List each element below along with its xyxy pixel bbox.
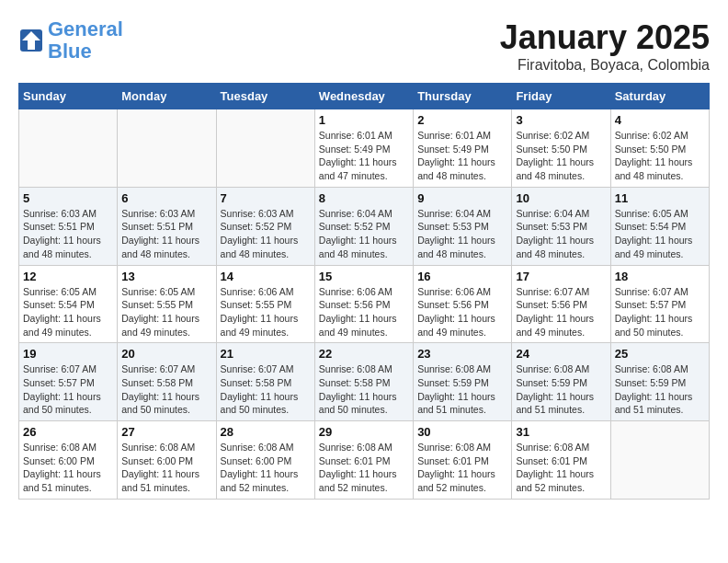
calendar-week-row: 26Sunrise: 6:08 AM Sunset: 6:00 PM Dayli…	[19, 421, 710, 500]
day-number: 12	[23, 270, 113, 283]
day-info: Sunrise: 6:08 AM Sunset: 5:58 PM Dayligh…	[319, 362, 409, 417]
day-number: 18	[615, 270, 705, 283]
calendar-cell: 9Sunrise: 6:04 AM Sunset: 5:53 PM Daylig…	[414, 187, 512, 265]
day-header-thursday: Thursday	[414, 84, 512, 109]
day-info: Sunrise: 6:01 AM Sunset: 5:49 PM Dayligh…	[417, 129, 507, 183]
day-number: 31	[516, 425, 606, 439]
calendar-week-row: 12Sunrise: 6:05 AM Sunset: 5:54 PM Dayli…	[19, 265, 710, 343]
calendar-cell: 20Sunrise: 6:07 AM Sunset: 5:58 PM Dayli…	[118, 343, 216, 421]
day-info: Sunrise: 6:01 AM Sunset: 5:49 PM Dayligh…	[319, 129, 409, 183]
calendar-cell: 26Sunrise: 6:08 AM Sunset: 6:00 PM Dayli…	[19, 421, 118, 500]
day-number: 16	[417, 270, 507, 283]
calendar-cell: 4Sunrise: 6:02 AM Sunset: 5:50 PM Daylig…	[610, 109, 709, 188]
day-number: 7	[221, 191, 311, 205]
calendar-cell: 24Sunrise: 6:08 AM Sunset: 5:59 PM Dayli…	[512, 343, 610, 421]
calendar-table: SundayMondayTuesdayWednesdayThursdayFrid…	[18, 83, 710, 500]
day-info: Sunrise: 6:08 AM Sunset: 5:59 PM Dayligh…	[615, 362, 705, 417]
calendar-cell: 23Sunrise: 6:08 AM Sunset: 5:59 PM Dayli…	[414, 343, 512, 421]
day-number: 23	[417, 347, 507, 361]
day-number: 1	[319, 113, 409, 127]
logo-general: General	[48, 17, 123, 40]
day-number: 3	[516, 113, 606, 127]
day-number: 27	[121, 425, 211, 439]
day-number: 28	[221, 425, 311, 439]
day-info: Sunrise: 6:05 AM Sunset: 5:55 PM Dayligh…	[121, 285, 211, 339]
day-info: Sunrise: 6:03 AM Sunset: 5:52 PM Dayligh…	[221, 207, 311, 261]
day-number: 26	[23, 425, 113, 439]
day-info: Sunrise: 6:06 AM Sunset: 5:56 PM Dayligh…	[319, 285, 409, 339]
day-number: 25	[615, 347, 705, 361]
day-number: 8	[319, 191, 409, 205]
day-number: 20	[121, 347, 211, 361]
calendar-cell: 7Sunrise: 6:03 AM Sunset: 5:52 PM Daylig…	[216, 187, 314, 265]
day-info: Sunrise: 6:02 AM Sunset: 5:50 PM Dayligh…	[615, 129, 705, 183]
calendar-week-row: 1Sunrise: 6:01 AM Sunset: 5:49 PM Daylig…	[19, 109, 710, 188]
calendar-cell: 17Sunrise: 6:07 AM Sunset: 5:56 PM Dayli…	[512, 265, 610, 343]
calendar-cell: 22Sunrise: 6:08 AM Sunset: 5:58 PM Dayli…	[314, 343, 413, 421]
day-number: 17	[516, 270, 606, 283]
calendar-cell: 18Sunrise: 6:07 AM Sunset: 5:57 PM Dayli…	[610, 265, 709, 343]
calendar-cell: 27Sunrise: 6:08 AM Sunset: 6:00 PM Dayli…	[118, 421, 216, 500]
day-number: 15	[319, 270, 409, 283]
calendar-week-row: 19Sunrise: 6:07 AM Sunset: 5:57 PM Dayli…	[19, 343, 710, 421]
day-info: Sunrise: 6:08 AM Sunset: 6:00 PM Dayligh…	[23, 441, 113, 495]
day-info: Sunrise: 6:08 AM Sunset: 6:00 PM Dayligh…	[221, 441, 311, 495]
day-info: Sunrise: 6:08 AM Sunset: 6:00 PM Dayligh…	[121, 441, 211, 495]
calendar-cell: 15Sunrise: 6:06 AM Sunset: 5:56 PM Dayli…	[314, 265, 413, 343]
calendar-cell	[610, 421, 709, 500]
day-info: Sunrise: 6:08 AM Sunset: 6:01 PM Dayligh…	[417, 441, 507, 495]
day-number: 24	[516, 347, 606, 361]
day-info: Sunrise: 6:07 AM Sunset: 5:56 PM Dayligh…	[516, 285, 606, 339]
day-number: 11	[615, 191, 705, 205]
calendar-cell: 13Sunrise: 6:05 AM Sunset: 5:55 PM Dayli…	[118, 265, 216, 343]
calendar-cell: 28Sunrise: 6:08 AM Sunset: 6:00 PM Dayli…	[216, 421, 314, 500]
logo-blue: Blue	[48, 40, 92, 63]
day-info: Sunrise: 6:08 AM Sunset: 5:59 PM Dayligh…	[516, 362, 606, 417]
day-info: Sunrise: 6:04 AM Sunset: 5:53 PM Dayligh…	[516, 207, 606, 261]
day-info: Sunrise: 6:07 AM Sunset: 5:57 PM Dayligh…	[23, 362, 113, 417]
calendar-cell: 29Sunrise: 6:08 AM Sunset: 6:01 PM Dayli…	[314, 421, 413, 500]
day-number: 13	[121, 270, 211, 283]
calendar-cell: 10Sunrise: 6:04 AM Sunset: 5:53 PM Dayli…	[512, 187, 610, 265]
day-number: 19	[23, 347, 113, 361]
month-title: January 2025	[500, 18, 710, 57]
day-info: Sunrise: 6:04 AM Sunset: 5:52 PM Dayligh…	[319, 207, 409, 261]
calendar-cell: 14Sunrise: 6:06 AM Sunset: 5:55 PM Dayli…	[216, 265, 314, 343]
day-header-monday: Monday	[118, 84, 216, 109]
calendar-cell: 25Sunrise: 6:08 AM Sunset: 5:59 PM Dayli…	[610, 343, 709, 421]
day-number: 14	[221, 270, 311, 283]
day-info: Sunrise: 6:05 AM Sunset: 5:54 PM Dayligh…	[615, 207, 705, 261]
day-info: Sunrise: 6:05 AM Sunset: 5:54 PM Dayligh…	[23, 285, 113, 339]
day-info: Sunrise: 6:03 AM Sunset: 5:51 PM Dayligh…	[23, 207, 113, 261]
calendar-cell: 19Sunrise: 6:07 AM Sunset: 5:57 PM Dayli…	[19, 343, 118, 421]
calendar-week-row: 5Sunrise: 6:03 AM Sunset: 5:51 PM Daylig…	[19, 187, 710, 265]
day-number: 30	[417, 425, 507, 439]
calendar-cell: 12Sunrise: 6:05 AM Sunset: 5:54 PM Dayli…	[19, 265, 118, 343]
day-header-wednesday: Wednesday	[314, 84, 413, 109]
day-info: Sunrise: 6:04 AM Sunset: 5:53 PM Dayligh…	[417, 207, 507, 261]
calendar-cell	[118, 109, 216, 188]
calendar-cell	[19, 109, 118, 188]
day-info: Sunrise: 6:08 AM Sunset: 5:59 PM Dayligh…	[417, 362, 507, 417]
day-number: 9	[417, 191, 507, 205]
day-info: Sunrise: 6:07 AM Sunset: 5:57 PM Dayligh…	[615, 285, 705, 339]
calendar-body: 1Sunrise: 6:01 AM Sunset: 5:49 PM Daylig…	[19, 109, 710, 500]
day-info: Sunrise: 6:02 AM Sunset: 5:50 PM Dayligh…	[516, 129, 606, 183]
calendar-cell: 2Sunrise: 6:01 AM Sunset: 5:49 PM Daylig…	[414, 109, 512, 188]
day-number: 5	[23, 191, 113, 205]
calendar-cell: 31Sunrise: 6:08 AM Sunset: 6:01 PM Dayli…	[512, 421, 610, 500]
logo: General Blue	[18, 18, 123, 63]
calendar-cell: 5Sunrise: 6:03 AM Sunset: 5:51 PM Daylig…	[19, 187, 118, 265]
day-header-sunday: Sunday	[19, 84, 118, 109]
title-block: January 2025 Firavitoba, Boyaca, Colombi…	[500, 18, 710, 74]
calendar-cell: 8Sunrise: 6:04 AM Sunset: 5:52 PM Daylig…	[314, 187, 413, 265]
calendar-cell: 3Sunrise: 6:02 AM Sunset: 5:50 PM Daylig…	[512, 109, 610, 188]
day-number: 10	[516, 191, 606, 205]
day-number: 22	[319, 347, 409, 361]
calendar-cell	[216, 109, 314, 188]
calendar-cell: 1Sunrise: 6:01 AM Sunset: 5:49 PM Daylig…	[314, 109, 413, 188]
day-info: Sunrise: 6:06 AM Sunset: 5:56 PM Dayligh…	[417, 285, 507, 339]
day-info: Sunrise: 6:07 AM Sunset: 5:58 PM Dayligh…	[221, 362, 311, 417]
day-header-friday: Friday	[512, 84, 610, 109]
calendar-cell: 6Sunrise: 6:03 AM Sunset: 5:51 PM Daylig…	[118, 187, 216, 265]
